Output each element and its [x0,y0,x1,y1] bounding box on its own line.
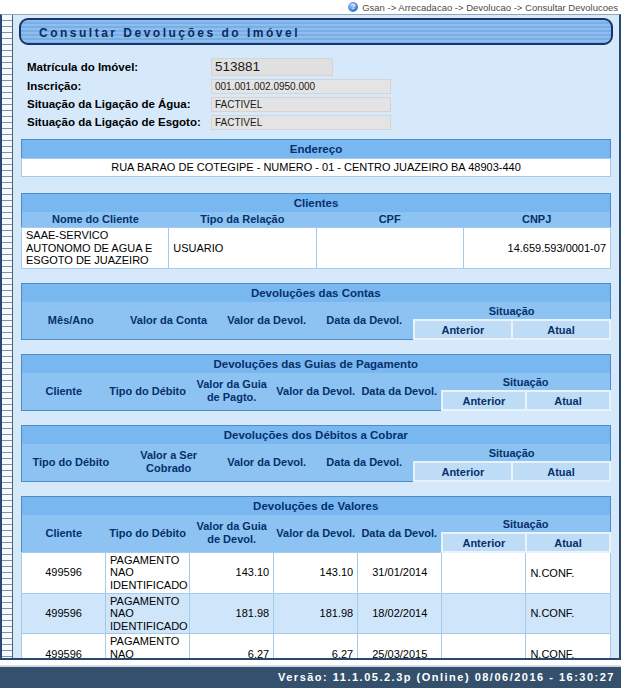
situacao-group-header: Situação [442,373,610,391]
column-header: Mês/Ano [22,302,120,339]
table-row: 499596PAGAMENTO NAO IDENTIFICADO6.276.27… [22,634,611,658]
column-header: Data da Devol. [358,373,442,410]
inscricao-label: Inscrição: [27,80,211,92]
table-cell [442,593,526,634]
matricula-label: Matrícula do Imóvel: [27,61,211,73]
situacao-agua-label: Situação da Ligação de Água: [27,98,211,110]
column-header: Valor da Guia de Pagto. [190,373,274,410]
clientes-table: ClientesNome do ClienteTipo da RelaçãoCP… [21,193,611,269]
column-header: CNPJ [463,212,610,228]
column-header: CPF [316,212,463,228]
table-cell: SAAE-SERVICO AUTONOMO DE AGUA E ESGOTO D… [22,228,169,269]
table-cell: 25/03/2015 [358,634,442,658]
table-cell: 181.98 [274,593,358,634]
devolucoes-contas-table-wrap: Devoluções das ContasMês/AnoValor da Con… [21,283,611,340]
form-row-matricula: Matrícula do Imóvel: 513881 [27,57,613,77]
form-row-agua: Situação da Ligação de Água: FACTIVEL [27,95,613,113]
table-cell: 499596 [22,634,106,658]
table-cell [316,228,463,269]
matricula-field[interactable]: 513881 [211,58,333,76]
table-cell: 6.27 [274,634,358,658]
form-row-inscricao: Inscrição: 001.001.002.0950.000 [27,77,613,95]
form-row-esgoto: Situação da Ligação de Esgoto: FACTIVEL [27,113,613,131]
valores-table: Devoluções de ValoresClienteTipo do Débi… [21,496,611,658]
situacao-esgoto-field[interactable]: FACTIVEL [211,115,391,130]
breadcrumb-text: Gsan -> Arrecadacao -> Devolucao -> Cons… [362,2,618,13]
guias-table: Devoluções das Guias de PagamentoCliente… [21,354,611,411]
column-header: Data da Devol. [358,515,442,552]
table-cell: N.CONF. [526,552,610,593]
column-header: Valor da Devol. [274,373,358,410]
left-grip-strip [2,15,13,658]
table-cell: 143.10 [190,552,274,593]
situacao-agua-field[interactable]: FACTIVEL [211,97,391,112]
devolucoes-debitos-table-wrap: Devoluções dos Débitos a CobrarTipo do D… [21,425,611,482]
endereco-table-wrap: EndereçoRUA BARAO DE COTEGIPE - NUMERO -… [21,139,611,177]
page-title: Consultar Devoluções do Imóvel [19,18,613,45]
column-header: Tipo do Débito [22,444,120,481]
table-cell: RUA BARAO DE COTEGIPE - NUMERO - 01 - CE… [22,159,611,177]
table-row: 499596PAGAMENTO NAO IDENTIFICADO181.9818… [22,593,611,634]
column-header-anterior: Anterior [442,391,526,410]
table-cell: PAGAMENTO NAO IDENTIFICADO [106,552,190,593]
section-title: Endereço [22,140,611,159]
column-header: Cliente [22,515,106,552]
property-form: Matrícula do Imóvel: 513881 Inscrição: 0… [27,57,613,131]
main-frame: Consultar Devoluções do Imóvel Matrícula… [0,14,621,660]
table-cell: USUARIO [169,228,316,269]
debitos-table: Devoluções dos Débitos a CobrarTipo do D… [21,425,611,482]
table-row: 499596PAGAMENTO NAO IDENTIFICADO143.1014… [22,552,611,593]
column-header: Nome do Cliente [22,212,169,228]
table-cell: 14.659.593/0001-07 [463,228,610,269]
column-header-atual: Atual [512,320,610,339]
column-header-atual: Atual [526,391,610,410]
column-header: Data da Devol. [316,444,414,481]
table-cell: 6.27 [190,634,274,658]
endereco-table: EndereçoRUA BARAO DE COTEGIPE - NUMERO -… [21,139,611,177]
table-cell: 499596 [22,593,106,634]
table-cell: 31/01/2014 [358,552,442,593]
column-header-atual: Atual [526,533,610,552]
column-header: Tipo do Débito [106,373,190,410]
column-header: Data da Devol. [316,302,414,339]
table-cell: N.CONF. [526,634,610,658]
section-title: Clientes [22,194,611,213]
table-cell [442,634,526,658]
column-header: Tipo da Relação [169,212,316,228]
breadcrumb: ? Gsan -> Arrecadacao -> Devolucao -> Co… [0,0,621,14]
table-cell [442,552,526,593]
version-footer: Versão: 11.1.05.2.3p (Online) 08/06/2016… [0,666,621,688]
column-header: Valor da Conta [120,302,218,339]
content-area: Consultar Devoluções do Imóvel Matrícula… [13,15,619,658]
column-header-anterior: Anterior [442,533,526,552]
column-header: Valor da Guia de Devol. [190,515,274,552]
section-title: Devoluções das Guias de Pagamento [22,355,611,374]
column-header: Valor a Ser Cobrado [120,444,218,481]
section-title: Devoluções das Contas [22,284,611,303]
inscricao-field[interactable]: 001.001.002.0950.000 [211,79,391,94]
help-icon[interactable]: ? [348,2,358,12]
column-header: Valor da Devol. [218,302,316,339]
table-cell: N.CONF. [526,593,610,634]
situacao-esgoto-label: Situação da Ligação de Esgoto: [27,116,211,128]
contas-table: Devoluções das ContasMês/AnoValor da Con… [21,283,611,340]
column-header-atual: Atual [512,462,610,481]
table-cell: PAGAMENTO NAO IDENTIFICADO [106,634,190,658]
column-header: Cliente [22,373,106,410]
table-cell: 181.98 [190,593,274,634]
column-header: Valor da Devol. [218,444,316,481]
devolucoes-guias-table-wrap: Devoluções das Guias de PagamentoCliente… [21,354,611,411]
situacao-group-header: Situação [442,515,610,533]
column-header-anterior: Anterior [414,320,512,339]
table-cell: 18/02/2014 [358,593,442,634]
situacao-group-header: Situação [414,302,610,320]
situacao-group-header: Situação [414,444,610,462]
table-row: RUA BARAO DE COTEGIPE - NUMERO - 01 - CE… [22,159,611,177]
table-cell: PAGAMENTO NAO IDENTIFICADO [106,593,190,634]
column-header-anterior: Anterior [414,462,512,481]
table-cell: 499596 [22,552,106,593]
table-cell: 143.10 [274,552,358,593]
clientes-table-wrap: ClientesNome do ClienteTipo da RelaçãoCP… [21,193,611,269]
column-header: Tipo do Débito [106,515,190,552]
column-header: Valor da Devol. [274,515,358,552]
